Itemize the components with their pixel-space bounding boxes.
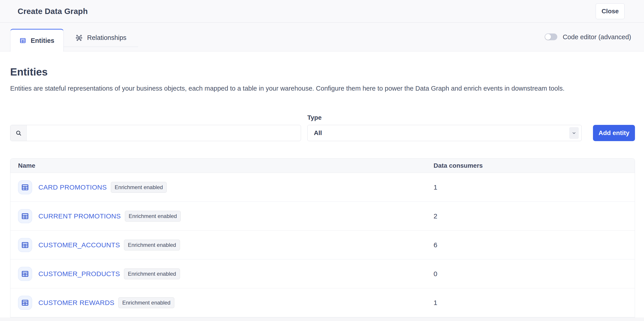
entity-table-icon (18, 296, 32, 310)
table-body: CARD PROMOTIONS Enrichment enabled 1 CUR… (10, 173, 635, 317)
table-row: CUSTOMER_PRODUCTS Enrichment enabled 0 (10, 259, 635, 288)
table-row: CARD PROMOTIONS Enrichment enabled 1 (10, 173, 635, 202)
code-editor-toggle-label: Code editor (advanced) (563, 33, 631, 41)
search-field-group (10, 125, 301, 141)
type-select-value: All (314, 129, 322, 137)
search-input[interactable] (27, 125, 301, 141)
search-icon (10, 125, 27, 141)
entity-table-icon (18, 180, 32, 194)
code-editor-toggle[interactable] (545, 34, 557, 40)
entity-name-link[interactable]: CARD PROMOTIONS (38, 183, 107, 191)
entity-table-icon (18, 209, 32, 223)
data-consumers-count: 0 (434, 270, 635, 278)
type-select[interactable]: All (307, 125, 582, 141)
table-icon (20, 37, 26, 44)
entities-panel: Entities Entities are stateful represent… (0, 66, 644, 321)
entity-name-cell: CUSTOMER_PRODUCTS Enrichment enabled (10, 267, 434, 281)
data-consumers-count: 1 (434, 183, 635, 191)
type-filter-label: Type (307, 114, 582, 121)
toggle-knob (545, 34, 551, 40)
network-icon (76, 34, 83, 41)
data-consumers-count: 2 (434, 212, 635, 220)
enrichment-badge: Enrichment enabled (111, 182, 167, 193)
data-consumers-count: 1 (434, 299, 635, 307)
column-header-name: Name (10, 162, 434, 169)
tab-relationships[interactable]: Relationships (64, 29, 138, 47)
entity-table-icon (18, 238, 32, 252)
filter-controls: Type All Add entity (10, 114, 635, 141)
page-title: Create Data Graph (18, 7, 88, 16)
entity-name-link[interactable]: CUSTOMER REWARDS (38, 299, 114, 307)
enrichment-badge: Enrichment enabled (118, 297, 174, 308)
table-row: CURRENT PROMOTIONS Enrichment enabled 2 (10, 202, 635, 231)
entity-name-link[interactable]: CUSTOMER_ACCOUNTS (38, 241, 120, 249)
entity-name-cell: CARD PROMOTIONS Enrichment enabled (10, 180, 434, 194)
table-row: CUSTOMER_ACCOUNTS Enrichment enabled 6 (10, 231, 635, 259)
tab-relationships-label: Relationships (87, 34, 126, 41)
footer-strip (0, 318, 644, 321)
table-row: CUSTOMER REWARDS Enrichment enabled 1 (10, 288, 635, 317)
modal-header: Create Data Graph Close (0, 0, 644, 22)
data-consumers-count: 6 (434, 241, 635, 249)
code-editor-toggle-group: Code editor (advanced) (545, 33, 631, 41)
entity-name-link[interactable]: CUSTOMER_PRODUCTS (38, 270, 120, 278)
entities-table: Name Data consumers CARD PROMOTIONS Enri… (10, 158, 635, 318)
tab-entities[interactable]: Entities (10, 29, 64, 52)
entity-name-link[interactable]: CURRENT PROMOTIONS (38, 212, 121, 220)
add-entity-button[interactable]: Add entity (593, 125, 635, 141)
tab-entities-label: Entities (31, 37, 54, 44)
entity-name-cell: CUSTOMER REWARDS Enrichment enabled (10, 296, 434, 310)
enrichment-badge: Enrichment enabled (124, 269, 180, 279)
enrichment-badge: Enrichment enabled (125, 211, 181, 222)
tab-bar: Entities Relationships Code editor (adva… (0, 22, 644, 51)
enrichment-badge: Enrichment enabled (124, 240, 180, 250)
close-button[interactable]: Close (596, 3, 624, 19)
entity-table-icon (18, 267, 32, 281)
chevron-down-icon (569, 127, 579, 139)
section-description: Entities are stateful representations of… (10, 84, 635, 93)
column-header-data-consumers: Data consumers (434, 162, 635, 169)
entity-name-cell: CURRENT PROMOTIONS Enrichment enabled (10, 209, 434, 223)
section-heading: Entities (10, 66, 635, 78)
table-header-row: Name Data consumers (10, 159, 635, 173)
entity-name-cell: CUSTOMER_ACCOUNTS Enrichment enabled (10, 238, 434, 252)
type-filter-group: Type All (307, 114, 582, 141)
